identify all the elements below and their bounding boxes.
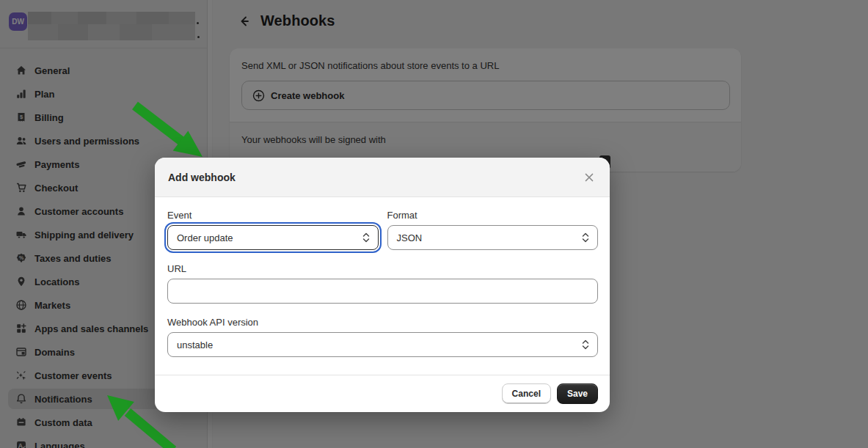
event-label: Event <box>167 210 379 221</box>
cancel-button[interactable]: Cancel <box>502 383 551 404</box>
format-label: Format <box>387 210 599 221</box>
api-version-label: Webhook API version <box>167 317 598 328</box>
close-icon <box>584 172 594 183</box>
format-select-value: JSON <box>397 232 582 243</box>
close-button[interactable] <box>579 167 599 188</box>
event-select-value: Order update <box>177 232 362 243</box>
url-label: URL <box>167 263 598 274</box>
format-select[interactable]: JSON <box>387 225 599 250</box>
modal-footer: Cancel Save <box>155 375 610 412</box>
save-button[interactable]: Save <box>557 383 598 404</box>
modal-header: Add webhook <box>155 158 610 197</box>
api-version-select[interactable]: unstable <box>167 332 598 357</box>
api-version-select-value: unstable <box>177 339 581 350</box>
event-select[interactable]: Order update <box>167 225 379 250</box>
chevron-updown-icon <box>581 232 590 243</box>
settings-page: DW GeneralPlan$BillingUsers and permissi… <box>0 0 868 448</box>
chevron-updown-icon <box>362 232 371 243</box>
add-webhook-modal: Add webhook Event Order update <box>155 158 610 412</box>
chevron-updown-icon <box>581 339 590 350</box>
modal-title: Add webhook <box>168 172 579 183</box>
url-input[interactable] <box>167 279 598 304</box>
